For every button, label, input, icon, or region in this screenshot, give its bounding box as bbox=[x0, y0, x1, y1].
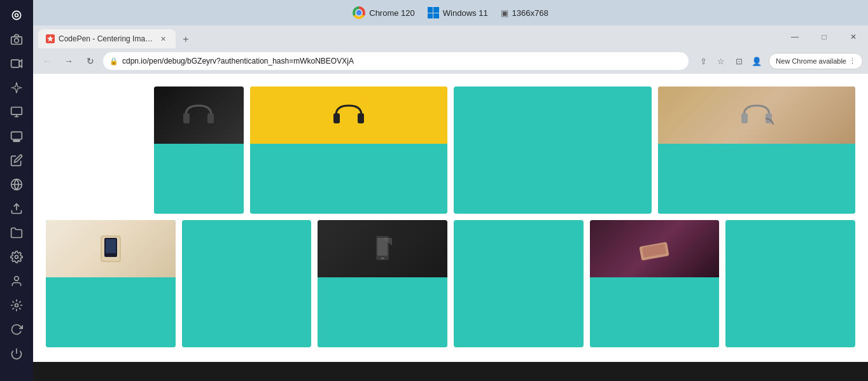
svg-rect-4 bbox=[11, 60, 20, 67]
sidebar-icon-globe[interactable] bbox=[6, 174, 27, 195]
card-headphones-dark bbox=[154, 87, 244, 214]
lock-icon: 🔒 bbox=[109, 57, 118, 66]
sidebar-icon-edit[interactable] bbox=[6, 150, 27, 170]
svg-point-3 bbox=[15, 38, 19, 43]
svg-rect-6 bbox=[11, 107, 22, 115]
card-headphones-silver bbox=[658, 87, 856, 214]
card-body-3 bbox=[454, 87, 652, 214]
sidebar-icon-power[interactable] bbox=[6, 343, 27, 364]
card-body-8 bbox=[454, 220, 584, 347]
bottom-bar bbox=[33, 362, 868, 381]
svg-marker-15 bbox=[47, 36, 53, 42]
split-view-button[interactable]: ⊡ bbox=[731, 53, 747, 69]
card-image-headphones-yellow bbox=[250, 87, 448, 144]
svg-point-11 bbox=[15, 256, 18, 259]
tab-bar: CodePen - Centering Image in ... ✕ + bbox=[33, 25, 868, 48]
tab-close-button[interactable]: ✕ bbox=[158, 34, 168, 44]
card-headphones-yellow bbox=[250, 87, 448, 214]
card-body-2 bbox=[250, 144, 448, 214]
svg-rect-19 bbox=[358, 113, 364, 123]
svg-rect-24 bbox=[106, 239, 116, 253]
card-grid-row1 bbox=[46, 87, 855, 214]
card-teal-2 bbox=[182, 220, 312, 347]
minimize-button[interactable]: — bbox=[780, 25, 809, 48]
sidebar-icon-camera[interactable] bbox=[6, 29, 27, 50]
svg-rect-18 bbox=[333, 113, 340, 123]
maximize-button[interactable]: □ bbox=[809, 25, 839, 48]
window-controls: — □ ✕ bbox=[780, 25, 868, 48]
resolution-indicator: ▣ 1366x768 bbox=[501, 8, 549, 18]
card-body-1 bbox=[154, 144, 244, 214]
topbar: Chrome 120 Windows 11 ▣ 1366x768 bbox=[33, 0, 868, 25]
address-bar-row: ← → ↻ 🔒 cdpn.io/pen/debug/bGZeyrv?authen… bbox=[33, 48, 868, 74]
card-body-5 bbox=[46, 277, 176, 347]
sidebar-icon-logo[interactable] bbox=[6, 5, 27, 25]
card-body-10 bbox=[725, 220, 855, 347]
browser-tab[interactable]: CodePen - Centering Image in ... ✕ bbox=[38, 29, 176, 48]
card-teal-3 bbox=[454, 220, 584, 347]
new-tab-button[interactable]: + bbox=[177, 31, 195, 48]
svg-point-12 bbox=[15, 277, 19, 281]
card-body-9 bbox=[590, 277, 720, 347]
card-image-phone-dark bbox=[318, 220, 447, 277]
svg-rect-8 bbox=[13, 141, 20, 142]
browser-titlebar: CodePen - Centering Image in ... ✕ + — □… bbox=[33, 25, 868, 48]
sidebar-icon-refresh[interactable] bbox=[6, 319, 27, 340]
card-image-phone-box bbox=[46, 220, 176, 277]
monitor-icon: ▣ bbox=[501, 8, 508, 18]
tab-favicon bbox=[46, 34, 55, 43]
svg-rect-20 bbox=[741, 113, 748, 123]
sidebar-icon-monitor[interactable] bbox=[6, 102, 27, 122]
svg-rect-7 bbox=[11, 132, 22, 139]
card-phone-dark bbox=[318, 220, 447, 347]
card-body-6 bbox=[182, 220, 312, 347]
more-options-icon: ⋮ bbox=[849, 57, 856, 66]
svg-point-1 bbox=[15, 14, 18, 17]
card-body-7 bbox=[318, 277, 447, 347]
address-bar[interactable]: 🔒 cdpn.io/pen/debug/bGZeyrv?authenticati… bbox=[103, 52, 689, 70]
card-body-4 bbox=[658, 144, 856, 214]
new-chrome-label: New Chrome available bbox=[776, 57, 846, 65]
close-button[interactable]: ✕ bbox=[839, 25, 868, 48]
svg-point-0 bbox=[12, 11, 20, 19]
browser-window: CodePen - Centering Image in ... ✕ + — □… bbox=[33, 25, 868, 381]
sidebar-icon-gear2[interactable] bbox=[6, 295, 27, 315]
sidebar-icon-upload[interactable] bbox=[6, 198, 27, 219]
windows-icon bbox=[428, 7, 439, 18]
back-button[interactable]: ← bbox=[38, 52, 56, 70]
url-text: cdpn.io/pen/debug/bGZeyrv?authentication… bbox=[122, 57, 682, 66]
resolution-label: 1366x768 bbox=[512, 8, 549, 18]
card-phone-box bbox=[46, 220, 176, 347]
sidebar-icon-folder[interactable] bbox=[6, 223, 27, 243]
svg-point-13 bbox=[15, 304, 18, 307]
card-teal-1 bbox=[454, 87, 652, 214]
svg-rect-17 bbox=[207, 113, 214, 123]
sidebar-icon-desktop[interactable] bbox=[6, 126, 27, 146]
sidebar-icon-settings[interactable] bbox=[6, 247, 27, 267]
svg-rect-28 bbox=[381, 258, 384, 259]
forward-button[interactable]: → bbox=[60, 52, 78, 70]
card-teal-4 bbox=[725, 220, 855, 347]
sidebar-icon-person[interactable] bbox=[6, 271, 27, 291]
card-image-headphones-silver bbox=[658, 87, 856, 144]
chrome-indicator: Chrome 120 bbox=[353, 6, 415, 19]
sidebar-icon-video[interactable] bbox=[6, 53, 27, 74]
chrome-icon bbox=[353, 6, 365, 19]
card-image-phone-rose bbox=[590, 220, 720, 277]
svg-rect-16 bbox=[183, 113, 190, 123]
sidebar bbox=[0, 0, 33, 381]
address-bar-actions: ⇧ ☆ ⊡ 👤 bbox=[695, 53, 765, 69]
refresh-button[interactable]: ↻ bbox=[81, 52, 99, 70]
windows-indicator: Windows 11 bbox=[428, 7, 488, 18]
page-content bbox=[33, 74, 868, 362]
sidebar-icon-sparkle[interactable] bbox=[6, 78, 27, 98]
bookmark-button[interactable]: ☆ bbox=[713, 53, 729, 69]
new-chrome-badge[interactable]: New Chrome available ⋮ bbox=[769, 53, 863, 69]
share-button[interactable]: ⇧ bbox=[695, 53, 711, 69]
card-image-headphones-dark bbox=[154, 87, 244, 144]
profile-button[interactable]: 👤 bbox=[748, 53, 765, 69]
chrome-label: Chrome 120 bbox=[369, 8, 415, 18]
card-phone-rose bbox=[590, 220, 720, 347]
windows-label: Windows 11 bbox=[443, 8, 488, 18]
card-grid-row2 bbox=[46, 220, 855, 347]
